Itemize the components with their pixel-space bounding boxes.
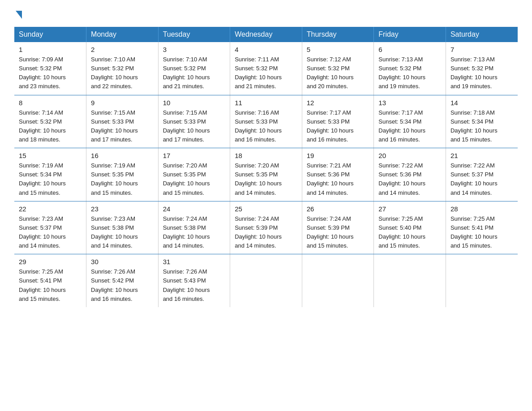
day-info: Sunrise: 7:13 AMSunset: 5:32 PMDaylight:… xyxy=(450,55,513,91)
day-number: 5 xyxy=(307,46,369,53)
calendar-day-6: 6Sunrise: 7:13 AMSunset: 5:32 PMDaylight… xyxy=(374,42,446,95)
day-info: Sunrise: 7:23 AMSunset: 5:38 PMDaylight:… xyxy=(91,214,154,251)
empty-day-cell xyxy=(302,254,374,307)
day-info: Sunrise: 7:25 AMSunset: 5:41 PMDaylight:… xyxy=(450,214,513,251)
day-number: 30 xyxy=(91,258,154,265)
day-info: Sunrise: 7:19 AMSunset: 5:34 PMDaylight:… xyxy=(19,161,82,197)
day-number: 2 xyxy=(91,46,154,53)
calendar-day-13: 13Sunrise: 7:17 AMSunset: 5:34 PMDayligh… xyxy=(374,95,446,148)
empty-day-cell xyxy=(230,254,302,307)
calendar-day-23: 23Sunrise: 7:23 AMSunset: 5:38 PMDayligh… xyxy=(86,201,159,254)
day-info: Sunrise: 7:25 AMSunset: 5:41 PMDaylight:… xyxy=(19,267,82,304)
day-number: 26 xyxy=(307,205,369,213)
day-number: 6 xyxy=(378,46,441,53)
calendar-week-3: 15Sunrise: 7:19 AMSunset: 5:34 PMDayligh… xyxy=(14,148,518,201)
day-number: 19 xyxy=(307,152,369,159)
day-info: Sunrise: 7:25 AMSunset: 5:40 PMDaylight:… xyxy=(378,214,441,251)
day-info: Sunrise: 7:14 AMSunset: 5:32 PMDaylight:… xyxy=(19,108,82,145)
day-number: 15 xyxy=(19,152,82,159)
day-number: 27 xyxy=(378,205,441,213)
day-info: Sunrise: 7:18 AMSunset: 5:34 PMDaylight:… xyxy=(450,108,513,145)
day-number: 16 xyxy=(91,152,154,159)
day-info: Sunrise: 7:10 AMSunset: 5:32 PMDaylight:… xyxy=(163,55,226,91)
day-number: 7 xyxy=(450,46,513,53)
calendar-day-20: 20Sunrise: 7:22 AMSunset: 5:36 PMDayligh… xyxy=(374,148,446,201)
day-info: Sunrise: 7:21 AMSunset: 5:36 PMDaylight:… xyxy=(307,161,369,197)
calendar-day-17: 17Sunrise: 7:20 AMSunset: 5:35 PMDayligh… xyxy=(158,148,230,201)
day-number: 24 xyxy=(163,205,226,213)
calendar-day-2: 2Sunrise: 7:10 AMSunset: 5:32 PMDaylight… xyxy=(86,42,159,95)
calendar-table: SundayMondayTuesdayWednesdayThursdayFrid… xyxy=(14,27,518,307)
day-number: 29 xyxy=(19,258,82,265)
day-number: 20 xyxy=(378,152,441,159)
day-info: Sunrise: 7:26 AMSunset: 5:43 PMDaylight:… xyxy=(163,267,226,304)
calendar-day-21: 21Sunrise: 7:22 AMSunset: 5:37 PMDayligh… xyxy=(446,148,518,201)
calendar-day-1: 1Sunrise: 7:09 AMSunset: 5:32 PMDaylight… xyxy=(14,42,86,95)
calendar-day-28: 28Sunrise: 7:25 AMSunset: 5:41 PMDayligh… xyxy=(446,201,518,254)
calendar-day-27: 27Sunrise: 7:25 AMSunset: 5:40 PMDayligh… xyxy=(374,201,446,254)
day-info: Sunrise: 7:17 AMSunset: 5:33 PMDaylight:… xyxy=(307,108,369,145)
calendar-day-24: 24Sunrise: 7:24 AMSunset: 5:38 PMDayligh… xyxy=(158,201,230,254)
day-number: 23 xyxy=(91,205,154,213)
calendar-day-5: 5Sunrise: 7:12 AMSunset: 5:32 PMDaylight… xyxy=(302,42,374,95)
calendar-week-5: 29Sunrise: 7:25 AMSunset: 5:41 PMDayligh… xyxy=(14,254,518,307)
logo xyxy=(14,11,22,19)
day-number: 28 xyxy=(450,205,513,213)
calendar-day-11: 11Sunrise: 7:16 AMSunset: 5:33 PMDayligh… xyxy=(230,95,302,148)
day-number: 22 xyxy=(19,205,82,213)
weekday-header-monday: Monday xyxy=(86,27,159,42)
calendar-week-1: 1Sunrise: 7:09 AMSunset: 5:32 PMDaylight… xyxy=(14,42,518,95)
logo-arrow-icon xyxy=(16,11,22,19)
calendar-day-30: 30Sunrise: 7:26 AMSunset: 5:42 PMDayligh… xyxy=(86,254,159,307)
day-info: Sunrise: 7:12 AMSunset: 5:32 PMDaylight:… xyxy=(307,55,369,91)
calendar-day-26: 26Sunrise: 7:24 AMSunset: 5:39 PMDayligh… xyxy=(302,201,374,254)
day-number: 3 xyxy=(163,46,226,53)
day-info: Sunrise: 7:16 AMSunset: 5:33 PMDaylight:… xyxy=(235,108,297,145)
calendar-week-2: 8Sunrise: 7:14 AMSunset: 5:32 PMDaylight… xyxy=(14,95,518,148)
day-info: Sunrise: 7:17 AMSunset: 5:34 PMDaylight:… xyxy=(378,108,441,145)
weekday-header-friday: Friday xyxy=(374,27,446,42)
day-number: 25 xyxy=(235,205,297,213)
calendar-day-8: 8Sunrise: 7:14 AMSunset: 5:32 PMDaylight… xyxy=(14,95,86,148)
calendar-day-18: 18Sunrise: 7:20 AMSunset: 5:35 PMDayligh… xyxy=(230,148,302,201)
empty-day-cell xyxy=(374,254,446,307)
day-info: Sunrise: 7:24 AMSunset: 5:38 PMDaylight:… xyxy=(163,214,226,251)
calendar-day-31: 31Sunrise: 7:26 AMSunset: 5:43 PMDayligh… xyxy=(158,254,230,307)
calendar-day-14: 14Sunrise: 7:18 AMSunset: 5:34 PMDayligh… xyxy=(446,95,518,148)
calendar-day-29: 29Sunrise: 7:25 AMSunset: 5:41 PMDayligh… xyxy=(14,254,86,307)
calendar-day-25: 25Sunrise: 7:24 AMSunset: 5:39 PMDayligh… xyxy=(230,201,302,254)
weekday-header-tuesday: Tuesday xyxy=(158,27,230,42)
day-number: 21 xyxy=(450,152,513,159)
day-info: Sunrise: 7:11 AMSunset: 5:32 PMDaylight:… xyxy=(235,55,297,91)
weekday-header-sunday: Sunday xyxy=(14,27,86,42)
calendar-day-12: 12Sunrise: 7:17 AMSunset: 5:33 PMDayligh… xyxy=(302,95,374,148)
day-info: Sunrise: 7:26 AMSunset: 5:42 PMDaylight:… xyxy=(91,267,154,304)
calendar-day-4: 4Sunrise: 7:11 AMSunset: 5:32 PMDaylight… xyxy=(230,42,302,95)
day-number: 9 xyxy=(91,99,154,107)
day-info: Sunrise: 7:24 AMSunset: 5:39 PMDaylight:… xyxy=(235,214,297,251)
day-info: Sunrise: 7:09 AMSunset: 5:32 PMDaylight:… xyxy=(19,55,82,91)
calendar-day-16: 16Sunrise: 7:19 AMSunset: 5:35 PMDayligh… xyxy=(86,148,159,201)
page-header xyxy=(14,11,518,19)
calendar-day-10: 10Sunrise: 7:15 AMSunset: 5:33 PMDayligh… xyxy=(158,95,230,148)
calendar-day-7: 7Sunrise: 7:13 AMSunset: 5:32 PMDaylight… xyxy=(446,42,518,95)
calendar-day-3: 3Sunrise: 7:10 AMSunset: 5:32 PMDaylight… xyxy=(158,42,230,95)
day-info: Sunrise: 7:22 AMSunset: 5:37 PMDaylight:… xyxy=(450,161,513,197)
calendar-header: SundayMondayTuesdayWednesdayThursdayFrid… xyxy=(14,27,518,42)
day-number: 4 xyxy=(235,46,297,53)
day-number: 11 xyxy=(235,99,297,107)
day-info: Sunrise: 7:10 AMSunset: 5:32 PMDaylight:… xyxy=(91,55,154,91)
calendar-day-19: 19Sunrise: 7:21 AMSunset: 5:36 PMDayligh… xyxy=(302,148,374,201)
day-info: Sunrise: 7:13 AMSunset: 5:32 PMDaylight:… xyxy=(378,55,441,91)
weekday-header-wednesday: Wednesday xyxy=(230,27,302,42)
calendar-week-4: 22Sunrise: 7:23 AMSunset: 5:37 PMDayligh… xyxy=(14,201,518,254)
day-info: Sunrise: 7:15 AMSunset: 5:33 PMDaylight:… xyxy=(91,108,154,145)
day-info: Sunrise: 7:23 AMSunset: 5:37 PMDaylight:… xyxy=(19,214,82,251)
day-number: 14 xyxy=(450,99,513,107)
day-number: 13 xyxy=(378,99,441,107)
day-info: Sunrise: 7:19 AMSunset: 5:35 PMDaylight:… xyxy=(91,161,154,197)
day-number: 31 xyxy=(163,258,226,265)
day-number: 10 xyxy=(163,99,226,107)
calendar-day-15: 15Sunrise: 7:19 AMSunset: 5:34 PMDayligh… xyxy=(14,148,86,201)
weekday-header-thursday: Thursday xyxy=(302,27,374,42)
